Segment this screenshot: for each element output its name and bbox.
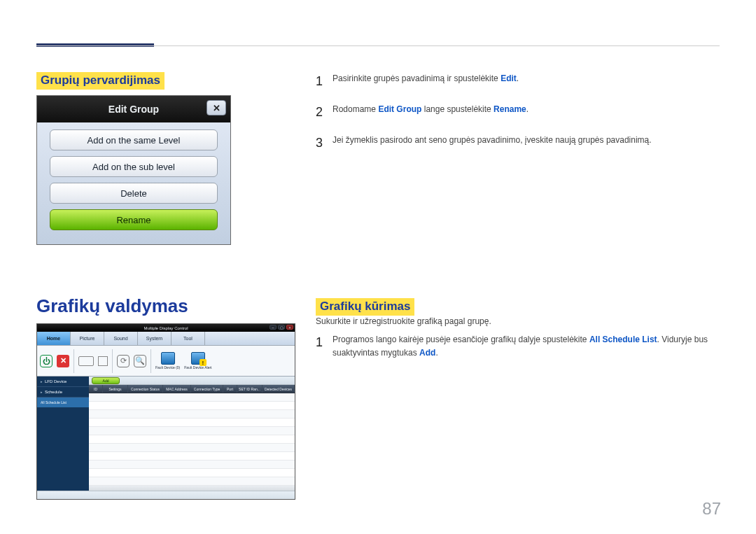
step-text: Programos lango kairėje pusėje esančioje… [332, 333, 715, 359]
column-header[interactable]: SET ID Ran... [237, 385, 262, 393]
refresh-icon[interactable]: ⟳ [117, 355, 130, 367]
mdc-app-window: Multiple Display Control – ▢ × Home Pict… [36, 323, 295, 500]
step-number: 1 [316, 333, 326, 359]
link-edit-group: Edit Group [378, 104, 421, 114]
table-row [89, 444, 295, 452]
add-sub-level-button[interactable]: Add on the sub level [50, 156, 218, 177]
column-header[interactable]: Settings [103, 385, 128, 393]
window-buttons: – ▢ × [270, 325, 293, 330]
step-text: Pasirinkite grupės pavadinimą ir spustel… [332, 72, 519, 92]
horizontal-scrollbar[interactable] [89, 486, 295, 491]
tab-tool[interactable]: Tool [172, 332, 205, 345]
step-1: 1 Pasirinkite grupės pavadinimą ir spust… [316, 72, 708, 92]
table-body [89, 393, 295, 486]
step-text: Rodomame Edit Group lange spustelėkite R… [332, 103, 528, 122]
step-3: 3 Jei žymeklis pasirodo ant seno grupės … [316, 134, 708, 153]
toolbar-separator [74, 349, 74, 373]
step-number: 2 [316, 103, 326, 122]
delete-button[interactable]: Delete [50, 183, 218, 204]
monitor-icon [161, 352, 175, 365]
close-window-button[interactable]: × [286, 325, 293, 330]
table-row [89, 427, 295, 435]
dialog-titlebar: Edit Group ✕ [37, 96, 230, 122]
input-icon[interactable] [78, 356, 94, 366]
section1-steps: 1 Pasirinkite grupės pavadinimą ir spust… [316, 72, 708, 164]
section2-heading: Grafikų valdymas [36, 295, 188, 317]
app-sidebar: LFD Device Schedule All Schedule List [37, 377, 89, 491]
step-number: 1 [316, 72, 326, 92]
tab-sound[interactable]: Sound [104, 332, 138, 345]
section1-title: Grupių pervardijimas [36, 72, 164, 90]
fault-device-count[interactable]: Fault Device (0) [155, 352, 180, 370]
zoom-icon[interactable]: 🔍 [134, 355, 146, 367]
tab-system[interactable]: System [138, 332, 172, 345]
toolbar-separator [112, 349, 113, 373]
section2-steps: Sukurkite ir užregistruokite grafiką pag… [316, 316, 715, 370]
table-row [89, 393, 295, 402]
table-row [89, 410, 295, 419]
link-all-schedule-list: All Schedule List [589, 335, 657, 344]
add-button[interactable]: Add [92, 377, 120, 384]
app-toolbar: ⏻ ✕ ⟳ 🔍 Fault Device (0) Fault Device Al… [37, 346, 295, 377]
sidebar-filler [37, 407, 89, 491]
section2-intro: Sukurkite ir užregistruokite grafiką pag… [316, 316, 715, 326]
monitor-alert-icon [191, 352, 205, 365]
app-statusbar [37, 491, 295, 499]
step-text: Jei žymeklis pasirodo ant seno grupės pa… [332, 134, 652, 153]
column-header[interactable]: Connection Type [191, 385, 223, 393]
section2-step-1: 1 Programos lango kairėje pusėje esančio… [316, 333, 715, 359]
app-titlebar: Multiple Display Control – ▢ × [37, 324, 295, 332]
dialog-title: Edit Group [108, 104, 159, 115]
table-row [89, 477, 295, 486]
column-header[interactable]: ID [89, 385, 103, 393]
sidebar-header-lfd[interactable]: LFD Device [37, 377, 89, 387]
fault-device-alert[interactable]: Fault Device Alert [184, 352, 211, 370]
table-row [89, 435, 295, 444]
close-icon: ✕ [213, 103, 220, 113]
table-row [89, 469, 295, 477]
column-header[interactable]: Port [223, 385, 237, 393]
rename-button[interactable]: Rename [50, 209, 218, 230]
column-header[interactable]: Detected Devices [262, 385, 295, 393]
step-number: 3 [316, 134, 326, 153]
close-button[interactable]: ✕ [206, 100, 226, 115]
tab-picture[interactable]: Picture [71, 332, 104, 345]
app-main: LFD Device Schedule All Schedule List Ad… [37, 377, 295, 491]
add-bar: Add [89, 377, 295, 385]
minimize-button[interactable]: – [270, 325, 276, 330]
maximize-button[interactable]: ▢ [278, 325, 285, 330]
table-header: IDSettingsConnection StatusMAC AddressCo… [89, 385, 295, 393]
app-content: Add IDSettingsConnection StatusMAC Addre… [89, 377, 295, 491]
table-row [89, 402, 295, 410]
volume-icon[interactable] [98, 356, 108, 366]
app-tabbar: Home Picture Sound System Tool [37, 332, 295, 346]
section2-subtitle: Grafikų kūrimas [316, 298, 414, 316]
sidebar-header-schedule[interactable]: Schedule [37, 387, 89, 398]
power-on-icon[interactable]: ⏻ [40, 355, 52, 367]
edit-group-dialog: Edit Group ✕ Add on the same Level Add o… [36, 95, 231, 245]
tab-home[interactable]: Home [37, 332, 71, 345]
link-edit: Edit [500, 73, 517, 83]
link-rename: Rename [493, 104, 526, 114]
table-row [89, 461, 295, 469]
link-add: Add [419, 348, 435, 358]
app-title: Multiple Display Control [144, 326, 188, 330]
column-header[interactable]: Connection Status [128, 385, 163, 393]
sidebar-item-all-schedule-list[interactable]: All Schedule List [37, 398, 89, 407]
table-row [89, 419, 295, 427]
toolbar-separator [150, 349, 151, 373]
power-off-icon[interactable]: ✕ [57, 355, 69, 367]
table-row [89, 452, 295, 461]
dialog-body: Add on the same Level Add on the sub lev… [37, 122, 230, 244]
page-number: 87 [702, 499, 721, 519]
header-rule [36, 45, 720, 46]
column-header[interactable]: MAC Address [163, 385, 191, 393]
add-same-level-button[interactable]: Add on the same Level [50, 129, 218, 150]
step-2: 2 Rodomame Edit Group lange spustelėkite… [316, 103, 708, 122]
